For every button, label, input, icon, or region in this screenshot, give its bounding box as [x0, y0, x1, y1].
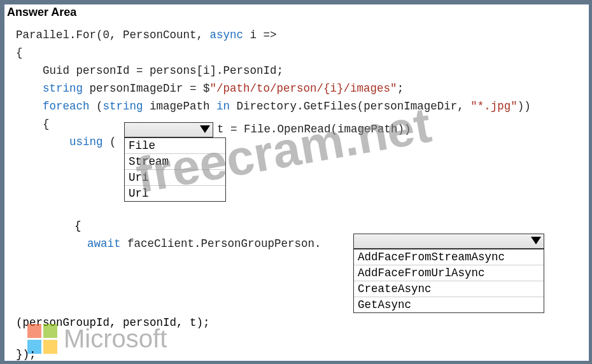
keyword-string: string [43, 82, 83, 95]
microsoft-logo: Microsoft [27, 324, 167, 354]
code-text: { [16, 118, 50, 130]
dropdown-option[interactable]: AddFaceFromStreamAsync [354, 249, 544, 265]
chevron-down-icon [531, 237, 541, 244]
type-dropdown-list: File Stream Uri Url [124, 137, 226, 202]
string-literal: "*.jpg" [470, 100, 518, 113]
type-dropdown[interactable] [124, 122, 213, 137]
dropdown-option[interactable]: Stream [125, 154, 225, 170]
keyword-async: async [210, 29, 244, 41]
dropdown-option[interactable]: Uri [125, 170, 225, 186]
dropdown-option[interactable]: GetAsync [354, 297, 544, 312]
dropdown-option[interactable]: File [125, 138, 225, 154]
code-text: { [16, 46, 23, 59]
code-text: }); [16, 348, 36, 361]
code-text [16, 136, 69, 148]
code-text: t = File.OpenRead(imagePath)) [217, 123, 411, 136]
code-text: i => [243, 29, 277, 41]
code-text: { [74, 220, 81, 232]
code-text [16, 100, 43, 113]
keyword-using: using [69, 136, 103, 148]
code-text: Parallel.For(0, PersonCount, [16, 29, 210, 41]
code-text: personImageDir = $ [83, 82, 210, 95]
code-text [16, 82, 43, 95]
keyword-string: string [103, 100, 143, 113]
code-text: ( [90, 100, 103, 113]
dropdown-option[interactable]: Url [125, 186, 225, 201]
keyword-foreach: foreach [43, 100, 90, 113]
dropdown-option[interactable]: CreateAsync [354, 281, 544, 297]
code-text: ( [103, 136, 123, 148]
dropdown-option[interactable]: AddFaceFromUrlAsync [354, 265, 544, 281]
keyword-await: await [87, 237, 121, 250]
code-text: Guid personId = persons[i].PersonId; [16, 64, 283, 77]
code-text: Directory.GetFiles(personImageDir, [230, 100, 470, 113]
keyword-in: in [216, 100, 230, 113]
answer-area-header: Answer Area [7, 6, 76, 19]
code-text: ; [397, 82, 404, 95]
code-text: await faceClient.PersonGroupPerson. [87, 237, 321, 250]
method-dropdown[interactable] [353, 234, 544, 249]
code-text: imagePath [143, 100, 217, 113]
code-text: faceClient.PersonGroupPerson. [121, 237, 321, 250]
microsoft-text: Microsoft [64, 325, 167, 353]
chevron-down-icon [200, 125, 210, 133]
method-dropdown-list: AddFaceFromStreamAsync AddFaceFromUrlAsy… [353, 249, 544, 313]
code-text: )) [518, 100, 531, 113]
answer-area-frame: Answer Area Parallel.For(0, PersonCount,… [4, 4, 589, 361]
string-literal: "/path/to/person/{i}/images" [210, 82, 397, 95]
